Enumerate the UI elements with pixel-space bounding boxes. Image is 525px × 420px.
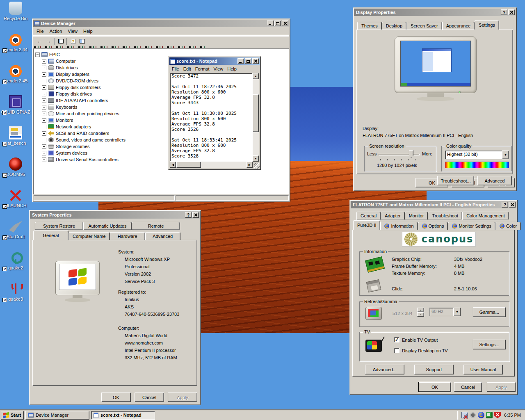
system-properties-titlebar[interactable]: System Properties ?	[30, 211, 200, 219]
tab[interactable]: Color Management	[462, 212, 509, 220]
gamma-button[interactable]: Gamma...	[473, 307, 506, 317]
expand-icon[interactable]	[42, 85, 46, 90]
tree-root-row[interactable]: EPIC	[35, 51, 60, 58]
tab[interactable]: Troubleshoot	[428, 212, 462, 220]
expand-icon[interactable]	[42, 59, 46, 64]
tab[interactable]: Screen Saver	[406, 22, 442, 30]
tree-item[interactable]: Sound, video and game controllers	[42, 137, 126, 143]
flatron-properties-titlebar[interactable]: FLATRON 775FT and Matrox Millennium II P…	[351, 201, 516, 208]
close-button[interactable]	[252, 58, 259, 64]
start-button[interactable]: Start	[1, 411, 24, 420]
ok-button[interactable]: OK	[419, 382, 451, 392]
chevron-down-icon[interactable]: ▼	[502, 151, 509, 159]
expand-icon[interactable]	[42, 98, 46, 103]
graphics-utility-icon[interactable]	[486, 412, 493, 418]
expand-icon[interactable]	[42, 66, 46, 70]
tree-item[interactable]: Display adapters	[42, 71, 89, 78]
desktop-icon[interactable]: ↗ CPUID CPU-Z	[0, 95, 31, 114]
tab[interactable]: Color	[495, 222, 521, 230]
tv-settings-button[interactable]: Settings...	[473, 340, 506, 349]
apply-button[interactable]: Apply	[168, 393, 197, 402]
ok-button[interactable]: OK	[101, 393, 131, 402]
menu-edit[interactable]: Edit	[181, 66, 193, 72]
tree-item[interactable]: Keyboards	[42, 104, 78, 110]
tab[interactable]: Settings	[475, 20, 499, 30]
menu-help[interactable]: Help	[80, 28, 96, 34]
chevron-down-icon[interactable]: ▼	[454, 308, 461, 316]
tree-item[interactable]: Mice and other pointing devices	[42, 110, 119, 117]
minimize-button[interactable]	[267, 21, 274, 26]
tree-item[interactable]: Disk drives	[42, 64, 78, 71]
tree-item[interactable]: Storage volumes	[42, 143, 90, 150]
expand-icon[interactable]	[42, 158, 46, 162]
tab[interactable]: Information	[380, 222, 418, 230]
forward-icon[interactable]: →	[44, 37, 53, 46]
tab[interactable]: Pure3D II	[353, 220, 380, 230]
expand-icon[interactable]	[42, 79, 46, 83]
resolution-slider-track[interactable]	[379, 154, 420, 155]
tree-item[interactable]: Floppy disk controllers	[42, 84, 100, 91]
enable-tv-checkbox[interactable]: ✓ Enable TV Output	[394, 337, 438, 342]
tab[interactable]: Hardware	[110, 232, 145, 240]
expand-icon[interactable]	[42, 125, 46, 129]
scroll-down-icon[interactable]: ▼	[253, 155, 259, 162]
apply-button[interactable]: Apply	[487, 382, 516, 392]
canopus-tray-icon[interactable]	[478, 412, 484, 418]
tab[interactable]: General	[356, 212, 381, 220]
properties-pane-icon[interactable]	[78, 37, 87, 46]
maximize-button[interactable]	[245, 58, 251, 64]
checkbox-unchecked-icon[interactable]	[394, 348, 399, 353]
close-button[interactable]	[508, 9, 515, 15]
back-icon[interactable]: ←	[35, 37, 44, 46]
cancel-button[interactable]: Cancel	[135, 393, 164, 402]
help-page-icon[interactable]: ?	[68, 37, 78, 46]
notepad-textarea[interactable]: Score 3472Sat Oct 11 18:22:46 2025Resolu…	[170, 73, 253, 162]
help-button[interactable]: ?	[501, 9, 507, 15]
tree-item[interactable]: Floppy disk drives	[42, 91, 92, 97]
resolution-slider-thumb[interactable]	[409, 150, 413, 158]
resolution-stepper[interactable]: ▲▼	[417, 308, 424, 317]
menu-format[interactable]: Format	[193, 66, 212, 72]
tree-item[interactable]: Monitors	[42, 117, 73, 123]
horizontal-scrollbar[interactable]: ◀ ▶	[170, 162, 253, 168]
notepad-titlebar[interactable]: score.txt - Notepad	[169, 57, 260, 65]
resize-grip[interactable]	[254, 163, 260, 169]
tab[interactable]: Computer Name	[68, 232, 110, 240]
expand-icon[interactable]	[42, 144, 46, 149]
volume-icon[interactable]	[470, 412, 476, 418]
close-button[interactable]	[282, 21, 288, 26]
collapse-icon[interactable]	[35, 52, 40, 57]
expand-icon[interactable]	[42, 151, 46, 155]
task-button[interactable]: score.txt - Notepad	[91, 411, 155, 420]
desktop-icon[interactable]: ↗ StarCraft	[0, 220, 31, 239]
desktop-icon[interactable]: ↗ blender2.45	[0, 64, 31, 83]
tree-item[interactable]: DVD/CD-ROM drives	[42, 78, 98, 84]
tab[interactable]: Monitor	[405, 212, 428, 220]
tab[interactable]: System Restore	[35, 222, 83, 230]
tab[interactable]: Themes	[357, 22, 382, 30]
expand-icon[interactable]	[42, 105, 46, 110]
menu-action[interactable]: Action	[47, 28, 65, 34]
help-button[interactable]: ?	[502, 202, 508, 208]
tree-item[interactable]: Computer	[42, 58, 75, 64]
tree-item[interactable]: IDE ATA/ATAPI controllers	[42, 97, 108, 104]
desktop-icon[interactable]: ↗ saf_bench	[0, 126, 31, 146]
tree-item[interactable]: Universal Serial Bus controllers	[42, 156, 119, 163]
vertical-scroll-thumb[interactable]	[253, 94, 259, 132]
display-properties-titlebar[interactable]: Display Properties ?	[354, 9, 516, 16]
checkbox-checked-icon[interactable]: ✓	[394, 337, 399, 342]
tab[interactable]: General	[33, 231, 68, 240]
menu-file[interactable]: File	[34, 28, 47, 34]
tab[interactable]: Monitor Settings	[448, 222, 495, 230]
desktop-on-tv-checkbox[interactable]: Display Desktop on TV	[394, 348, 448, 353]
close-button[interactable]	[509, 202, 516, 208]
tab[interactable]: Appearance	[442, 22, 475, 30]
scroll-right-icon[interactable]: ▶	[247, 162, 253, 168]
expand-icon[interactable]	[42, 138, 46, 142]
refresh-rate-combo[interactable]: 60 Hz ▼	[429, 308, 461, 316]
expand-icon[interactable]	[42, 72, 46, 77]
task-button[interactable]: Device Manager	[25, 411, 89, 420]
tab[interactable]: Desktop	[382, 22, 406, 30]
menu-view[interactable]: View	[65, 28, 80, 34]
desktop-icon[interactable]: ↗ quake2	[0, 251, 31, 270]
